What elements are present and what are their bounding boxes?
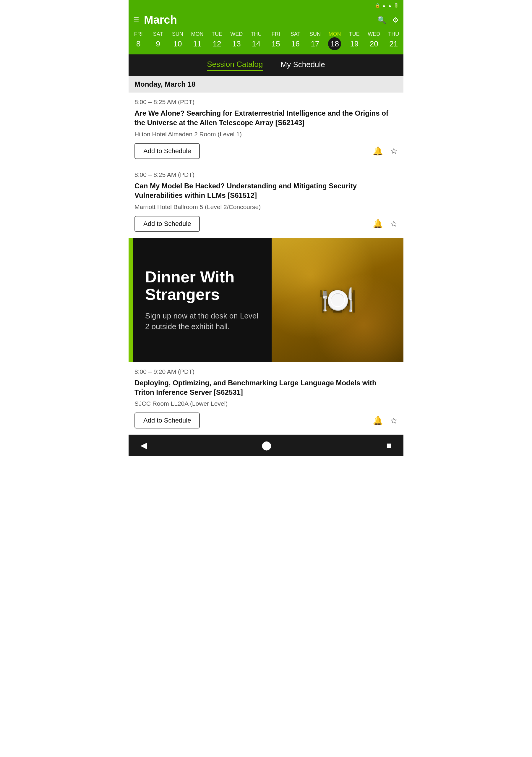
calendar-day-16[interactable]: SAT 16 (285, 31, 305, 50)
session-card-1: 8:00 – 8:25 AM (PDT) Are We Alone? Searc… (129, 93, 403, 165)
calendar-row: FRI 8 SAT 9 SUN 10 MON 11 TUE 12 WED 13 … (129, 29, 403, 54)
bell-icon-1[interactable]: 🔔 (373, 146, 383, 156)
calendar-day-9[interactable]: SAT 9 (148, 31, 167, 50)
stop-button[interactable]: ■ (386, 440, 392, 450)
date-header: Monday, March 18 (129, 76, 403, 93)
status-icons: 🔒 ▲ ▲ 🔋 (375, 3, 399, 8)
session-2-title: Can My Model Be Hacked? Understanding an… (134, 181, 398, 200)
bottom-nav: ◀ ⬤ ■ (129, 435, 403, 456)
calendar-day-13[interactable]: WED 13 (227, 31, 246, 50)
calendar-day-19[interactable]: TUE 19 (345, 31, 364, 50)
session-3-actions: Add to Schedule 🔔 ☆ (134, 412, 398, 429)
calendar-day-11[interactable]: MON 11 (187, 31, 207, 50)
battery-icon: 🔋 (394, 3, 399, 8)
session-1-title: Are We Alone? Searching for Extraterrest… (134, 108, 398, 128)
banner-left: Dinner With Strangers Sign up now at the… (129, 238, 272, 362)
session-3-time: 8:00 – 9:20 AM (PDT) (134, 368, 398, 375)
calendar-day-14[interactable]: THU 14 (247, 31, 266, 50)
banner-right: 🍽️ (272, 238, 403, 362)
tab-session-catalog[interactable]: Session Catalog (207, 60, 263, 71)
session-2-time: 8:00 – 8:25 AM (PDT) (134, 171, 398, 178)
calendar-day-20[interactable]: WED 20 (364, 31, 384, 50)
bell-icon-2[interactable]: 🔔 (373, 219, 383, 228)
session-3-icon-actions: 🔔 ☆ (373, 416, 398, 426)
banner-title: Dinner With Strangers (139, 268, 261, 303)
session-1-actions: Add to Schedule 🔔 ☆ (134, 143, 398, 159)
calendar-day-15[interactable]: FRI 15 (266, 31, 285, 50)
calendar-day-18[interactable]: MON 18 (325, 31, 344, 50)
calendar-day-17[interactable]: SUN 17 (305, 31, 325, 50)
signal-icon: ▲ (388, 3, 392, 8)
bell-icon-3[interactable]: 🔔 (373, 416, 383, 426)
add-to-schedule-btn-1[interactable]: Add to Schedule (134, 143, 200, 159)
hamburger-icon[interactable]: ☰ (133, 16, 139, 24)
star-icon-3[interactable]: ☆ (390, 416, 398, 426)
calendar-day-10[interactable]: SUN 10 (168, 31, 187, 50)
app-title: March (144, 14, 373, 26)
tabs-container: Session Catalog My Schedule (129, 54, 403, 76)
search-icon[interactable]: 🔍 (377, 16, 386, 24)
add-to-schedule-btn-2[interactable]: Add to Schedule (134, 216, 200, 232)
dinner-image: 🍽️ (272, 238, 403, 362)
star-icon-1[interactable]: ☆ (390, 146, 398, 156)
add-to-schedule-btn-3[interactable]: Add to Schedule (134, 412, 200, 429)
banner-description: Sign up now at the desk on Level 2 outsi… (139, 311, 261, 332)
session-card-2: 8:00 – 8:25 AM (PDT) Can My Model Be Hac… (129, 165, 403, 238)
session-2-location: Marriott Hotel Ballroom 5 (Level 2/Conco… (134, 203, 398, 211)
session-3-title: Deploying, Optimizing, and Benchmarking … (134, 378, 398, 397)
session-card-3: 8:00 – 9:20 AM (PDT) Deploying, Optimizi… (129, 362, 403, 435)
session-2-actions: Add to Schedule 🔔 ☆ (134, 216, 398, 232)
session-1-icon-actions: 🔔 ☆ (373, 146, 398, 156)
session-2-icon-actions: 🔔 ☆ (373, 219, 398, 228)
wifi-icon: ▲ (382, 3, 386, 8)
filter-icon[interactable]: ⚙ (392, 16, 399, 24)
star-icon-2[interactable]: ☆ (390, 219, 398, 228)
back-button[interactable]: ◀ (140, 440, 147, 450)
tab-my-schedule[interactable]: My Schedule (281, 60, 325, 70)
lock-icon: 🔒 (375, 3, 380, 8)
session-3-location: SJCC Room LL20A (Lower Level) (134, 400, 398, 407)
calendar-day-21[interactable]: THU 21 (384, 31, 403, 50)
home-button[interactable]: ⬤ (262, 440, 272, 450)
top-bar-actions: 🔍 ⚙ (377, 16, 399, 24)
session-1-location: Hilton Hotel Almaden 2 Room (Level 1) (134, 131, 398, 138)
calendar-day-8[interactable]: FRI 8 (129, 31, 148, 50)
session-1-time: 8:00 – 8:25 AM (PDT) (134, 99, 398, 106)
dinner-banner: Dinner With Strangers Sign up now at the… (129, 238, 403, 362)
top-bar: ☰ March 🔍 ⚙ (129, 11, 403, 29)
calendar-day-12[interactable]: TUE 12 (207, 31, 227, 50)
status-bar: 🔒 ▲ ▲ 🔋 (129, 0, 403, 11)
plate-icon: 🍽️ (321, 285, 354, 316)
